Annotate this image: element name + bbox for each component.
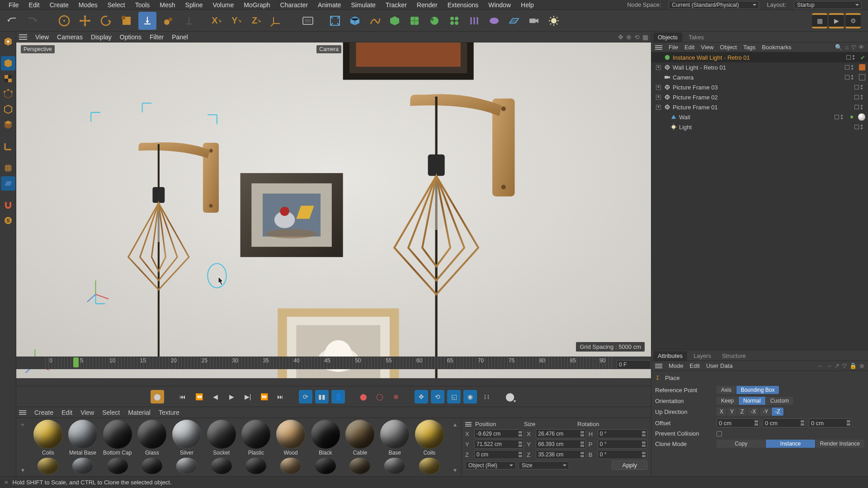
- material-item[interactable]: [274, 458, 307, 474]
- loop-icon[interactable]: ⟳: [299, 390, 312, 404]
- attr-offset-y[interactable]: 0 cm: [763, 418, 806, 427]
- material-item[interactable]: [205, 458, 238, 474]
- visibility-render-toggle[interactable]: [853, 54, 857, 61]
- material-item[interactable]: [136, 458, 169, 474]
- timeline-end-field[interactable]: 0 F: [617, 360, 651, 369]
- obj-menu-edit[interactable]: Edit: [684, 44, 694, 51]
- cube-primitive-icon[interactable]: [346, 12, 363, 29]
- render-active-icon[interactable]: ▶: [829, 13, 844, 28]
- vp-rotate-icon[interactable]: ⟲: [634, 33, 640, 41]
- layout-dropdown[interactable]: Startup: [794, 1, 862, 9]
- material-burger-icon[interactable]: [19, 410, 26, 415]
- expand-icon[interactable]: +: [656, 105, 661, 110]
- vp-zoom-icon[interactable]: ⊕: [626, 33, 632, 41]
- tab-objects[interactable]: Objects: [653, 33, 682, 42]
- attr-offset-z[interactable]: 0 cm: [809, 418, 852, 427]
- tab-layers[interactable]: Layers: [689, 351, 716, 361]
- material-item[interactable]: Plastic: [240, 420, 273, 456]
- vp-menu-view[interactable]: View: [35, 33, 49, 41]
- material-item[interactable]: Bottom Cap: [101, 420, 134, 456]
- attr-updir-seg[interactable]: XYZ-X-Y-Z: [717, 408, 783, 416]
- material-tag[interactable]: [858, 113, 865, 121]
- coord-pos-field[interactable]: 71.522 cm: [474, 440, 524, 449]
- material-scroll-down-icon[interactable]: ▾: [21, 466, 24, 474]
- render-settings-icon[interactable]: ⚙: [845, 13, 861, 28]
- tag-orange[interactable]: [859, 64, 865, 70]
- prev-key-icon[interactable]: ⏪: [192, 390, 206, 404]
- coord-size-field[interactable]: 35.238 cm: [536, 450, 585, 459]
- obj-menu-bookmarks[interactable]: Bookmarks: [762, 44, 791, 51]
- attr-up-icon[interactable]: ↗: [835, 362, 840, 369]
- coord-size-dropdown[interactable]: Size: [519, 461, 569, 469]
- object-tree-row[interactable]: Light: [651, 122, 868, 132]
- menu-character[interactable]: Character: [275, 1, 313, 9]
- object-tree-row[interactable]: Wall: [651, 112, 868, 122]
- keyframe-all-icon[interactable]: ⊗: [389, 390, 403, 404]
- keyframe-sel-icon[interactable]: ◯: [373, 390, 387, 404]
- obj-menu-object[interactable]: Object: [720, 44, 737, 51]
- object-tree-row[interactable]: +Wall Light - Retro 01: [651, 62, 868, 72]
- visibility-editor-toggle[interactable]: [854, 105, 859, 109]
- obj-home-icon[interactable]: ⌂: [845, 44, 849, 51]
- visibility-render-toggle[interactable]: [861, 123, 865, 131]
- next-frame-icon[interactable]: ▶|: [241, 390, 255, 404]
- volume-icon[interactable]: [486, 12, 503, 29]
- material-scroll-down2-icon[interactable]: ▾: [453, 466, 457, 474]
- snap-grid-icon[interactable]: [1, 161, 15, 175]
- visibility-editor-toggle[interactable]: [854, 125, 859, 129]
- menu-tracker[interactable]: Tracker: [381, 1, 412, 9]
- viewport-burger-icon[interactable]: [19, 34, 27, 40]
- attr-offset-x[interactable]: 0 cm: [717, 418, 760, 427]
- mode-texture-icon[interactable]: [1, 71, 15, 86]
- attr-menu-userdata[interactable]: User Data: [706, 362, 733, 369]
- visibility-render-toggle[interactable]: [861, 84, 865, 91]
- material-item[interactable]: Glass: [136, 420, 169, 456]
- material-item[interactable]: [101, 458, 134, 474]
- menu-animate[interactable]: Animate: [313, 1, 346, 9]
- material-item[interactable]: [66, 458, 99, 474]
- menu-modes[interactable]: Modes: [74, 1, 103, 9]
- subdivision-icon[interactable]: [406, 12, 423, 29]
- visibility-editor-toggle[interactable]: [854, 85, 859, 89]
- coord-system-icon[interactable]: [268, 12, 285, 29]
- spline-primitive-icon[interactable]: [366, 12, 383, 29]
- object-tree-row[interactable]: Camera: [651, 72, 868, 82]
- material-item[interactable]: [240, 458, 273, 474]
- material-item[interactable]: Coils: [413, 420, 446, 456]
- rotate-tool-icon[interactable]: [97, 12, 115, 30]
- status-burger-icon[interactable]: ≡: [5, 479, 8, 486]
- visibility-render-toggle[interactable]: [851, 64, 856, 71]
- objects-burger-icon[interactable]: [655, 45, 662, 50]
- material-item[interactable]: Base: [378, 420, 411, 456]
- keymode-scale-icon[interactable]: ◱: [447, 390, 461, 404]
- next-key-icon[interactable]: ⏩: [257, 390, 271, 404]
- coord-pos-field[interactable]: 0 cm: [474, 450, 524, 459]
- object-tree-row[interactable]: +Picture Frame 01: [651, 102, 868, 112]
- render-view-icon[interactable]: [299, 12, 316, 29]
- timeline-ruler[interactable]: 0 5 10 15 20 25 30 35 40 45 50 55 60 65 …: [45, 357, 614, 369]
- obj-eye-icon[interactable]: 👁: [859, 44, 864, 51]
- vp-menu-panel[interactable]: Panel: [172, 33, 188, 41]
- workplane-icon[interactable]: [1, 176, 15, 191]
- coord-size-field[interactable]: 66.393 cm: [536, 440, 585, 449]
- material-item[interactable]: [32, 458, 65, 474]
- attr-menu-mode[interactable]: Mode: [669, 362, 684, 369]
- menu-mesh[interactable]: Mesh: [155, 1, 180, 9]
- attr-new-icon[interactable]: ⊕: [859, 362, 864, 369]
- nodespace-dropdown[interactable]: Current (Standard/Physical): [669, 1, 759, 9]
- menu-create[interactable]: Create: [45, 1, 74, 9]
- mode-object-icon[interactable]: [1, 56, 15, 70]
- keymode-pla-icon[interactable]: ⫶⫶: [480, 390, 493, 404]
- menu-help[interactable]: Help: [516, 1, 539, 9]
- material-item[interactable]: [413, 458, 446, 474]
- floor-icon[interactable]: [505, 12, 523, 29]
- visibility-render-toggle[interactable]: [851, 74, 856, 81]
- sound-icon[interactable]: 👤: [331, 390, 345, 404]
- keyframe-options-icon[interactable]: ⬤▾: [503, 390, 517, 404]
- soft-selection-icon[interactable]: S: [1, 213, 15, 228]
- visibility-editor-toggle[interactable]: [845, 65, 849, 70]
- object-tree-row[interactable]: Instance Wall Light - Retro 01✔: [651, 52, 868, 62]
- mat-menu-edit[interactable]: Edit: [61, 409, 72, 416]
- tab-attributes[interactable]: Attributes: [653, 351, 687, 361]
- magnet-snap-icon[interactable]: [1, 198, 15, 212]
